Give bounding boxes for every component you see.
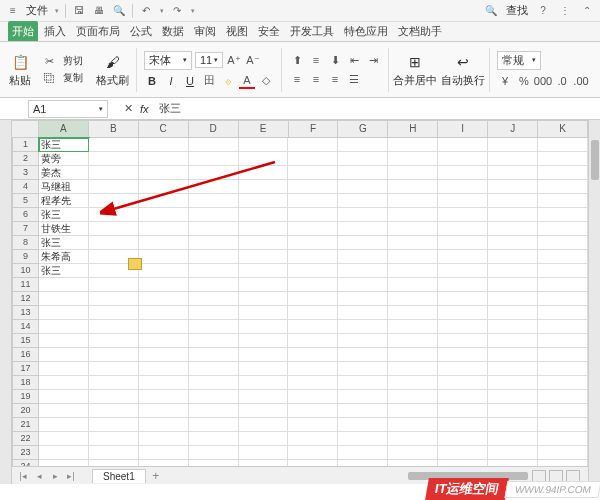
- formula-value[interactable]: 张三: [159, 101, 181, 116]
- cut-button[interactable]: 剪切: [60, 53, 86, 69]
- cell[interactable]: [139, 236, 189, 250]
- select-all-corner[interactable]: [12, 120, 39, 138]
- tab-10[interactable]: 文档助手: [394, 21, 446, 41]
- redo-icon[interactable]: ↷: [170, 4, 184, 18]
- cell[interactable]: [239, 306, 289, 320]
- cell[interactable]: [39, 432, 89, 446]
- cell[interactable]: [388, 166, 438, 180]
- add-sheet-button[interactable]: +: [148, 469, 164, 483]
- cell[interactable]: [139, 376, 189, 390]
- row-header[interactable]: 13: [12, 306, 39, 320]
- cell[interactable]: [288, 292, 338, 306]
- cell[interactable]: [239, 236, 289, 250]
- cell[interactable]: [189, 152, 239, 166]
- align-left-icon[interactable]: ≡: [289, 71, 305, 87]
- cell[interactable]: [438, 432, 488, 446]
- cell[interactable]: [538, 404, 588, 418]
- col-header-A[interactable]: A: [39, 120, 89, 138]
- cell[interactable]: [189, 306, 239, 320]
- cell[interactable]: [438, 418, 488, 432]
- cell[interactable]: [438, 278, 488, 292]
- cell[interactable]: [388, 236, 438, 250]
- row-header[interactable]: 7: [12, 222, 39, 236]
- undo-icon[interactable]: ↶: [139, 4, 153, 18]
- row-header[interactable]: 14: [12, 320, 39, 334]
- cell[interactable]: [139, 278, 189, 292]
- cell[interactable]: [139, 334, 189, 348]
- cell[interactable]: [338, 418, 388, 432]
- align-right-icon[interactable]: ≡: [327, 71, 343, 87]
- cell[interactable]: [139, 348, 189, 362]
- cell[interactable]: [39, 390, 89, 404]
- cell[interactable]: [139, 390, 189, 404]
- decimal-inc-icon[interactable]: .0: [554, 73, 570, 89]
- cell[interactable]: [388, 320, 438, 334]
- cell[interactable]: [338, 208, 388, 222]
- cell[interactable]: [488, 432, 538, 446]
- cell[interactable]: [388, 348, 438, 362]
- cell[interactable]: [438, 166, 488, 180]
- cell[interactable]: [438, 362, 488, 376]
- cell[interactable]: [338, 180, 388, 194]
- cell[interactable]: [338, 138, 388, 152]
- cell[interactable]: [39, 446, 89, 460]
- cell[interactable]: [139, 432, 189, 446]
- cell[interactable]: [189, 348, 239, 362]
- cell[interactable]: [538, 334, 588, 348]
- first-sheet-icon[interactable]: |◂: [16, 469, 30, 483]
- collapse-icon[interactable]: ⌃: [580, 4, 594, 18]
- cell[interactable]: [488, 376, 538, 390]
- cell[interactable]: [338, 362, 388, 376]
- cell[interactable]: [39, 278, 89, 292]
- cell[interactable]: [239, 446, 289, 460]
- cell[interactable]: [488, 390, 538, 404]
- cell[interactable]: [438, 306, 488, 320]
- cell[interactable]: [139, 222, 189, 236]
- cell[interactable]: [139, 320, 189, 334]
- cell[interactable]: [338, 194, 388, 208]
- percent-icon[interactable]: %: [516, 73, 532, 89]
- cell[interactable]: [89, 390, 139, 404]
- cell[interactable]: [89, 166, 139, 180]
- row-header[interactable]: 3: [12, 166, 39, 180]
- cell[interactable]: [139, 362, 189, 376]
- cell[interactable]: [488, 250, 538, 264]
- cell[interactable]: [288, 278, 338, 292]
- help-icon[interactable]: ?: [536, 4, 550, 18]
- col-header-J[interactable]: J: [488, 120, 538, 138]
- cell[interactable]: [189, 180, 239, 194]
- cell[interactable]: [538, 138, 588, 152]
- cell[interactable]: [388, 292, 438, 306]
- cell[interactable]: [538, 376, 588, 390]
- row-header[interactable]: 9: [12, 250, 39, 264]
- cell[interactable]: [288, 208, 338, 222]
- cell[interactable]: [139, 418, 189, 432]
- cell[interactable]: [338, 376, 388, 390]
- cell[interactable]: [488, 166, 538, 180]
- cell[interactable]: 甘铁生: [39, 222, 89, 236]
- cell[interactable]: [139, 152, 189, 166]
- underline-icon[interactable]: U: [182, 73, 198, 89]
- cell[interactable]: [438, 404, 488, 418]
- cell[interactable]: [338, 320, 388, 334]
- cell[interactable]: [189, 208, 239, 222]
- cell[interactable]: [89, 348, 139, 362]
- row-header[interactable]: 23: [12, 446, 39, 460]
- cell[interactable]: [538, 264, 588, 278]
- row-header[interactable]: 11: [12, 278, 39, 292]
- cell[interactable]: [139, 264, 189, 278]
- cell[interactable]: [338, 432, 388, 446]
- font-color-icon[interactable]: A: [239, 73, 255, 89]
- cell[interactable]: [538, 236, 588, 250]
- col-header-D[interactable]: D: [189, 120, 239, 138]
- cell[interactable]: [139, 138, 189, 152]
- cell[interactable]: [189, 404, 239, 418]
- cell[interactable]: [288, 250, 338, 264]
- menu-icon[interactable]: ≡: [6, 4, 20, 18]
- cell[interactable]: [288, 138, 338, 152]
- cell[interactable]: 张三: [39, 236, 89, 250]
- cell[interactable]: [139, 446, 189, 460]
- align-top-icon[interactable]: ⬆: [289, 52, 305, 68]
- wrap-button[interactable]: ↩自动换行: [441, 52, 485, 88]
- cell[interactable]: [139, 166, 189, 180]
